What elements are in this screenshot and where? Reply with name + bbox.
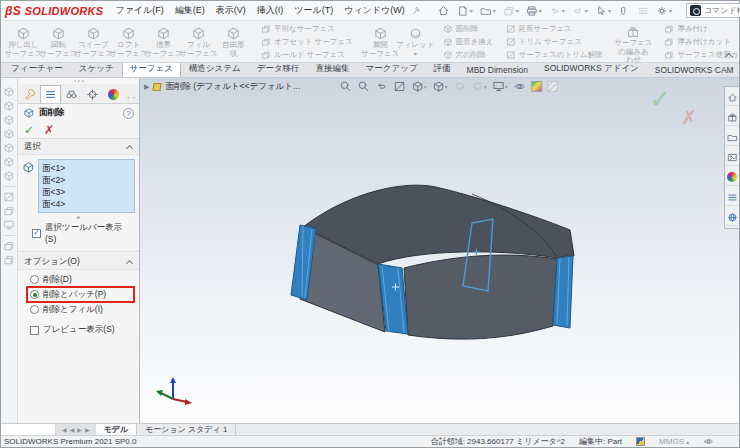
ribbon-button[interactable]: ルールド サーフェス (259, 49, 355, 61)
file-explorer-icon[interactable] (726, 129, 739, 146)
ribbon-button[interactable]: 穴の削除 (441, 49, 496, 61)
checkbox-checked-icon[interactable]: ✓ (32, 229, 41, 238)
command-tab[interactable]: 直接編集 (308, 61, 358, 77)
graphics-viewport[interactable]: ▶ 面削除 (デフォルト<<デフォルト... ▾ ▾ ▾ ▾ (140, 78, 739, 423)
command-tab[interactable]: SOLIDWORKS CAM (647, 63, 740, 77)
document-breadcrumb[interactable]: 面削除 (デフォルト<<デフォルト... (152, 81, 300, 93)
command-tab[interactable]: サーフェス (122, 61, 181, 77)
selected-face-item[interactable]: 面<2> (42, 174, 131, 186)
top-view-icon[interactable] (3, 142, 15, 154)
display-style-icon[interactable]: ▾ (432, 80, 448, 93)
command-tab[interactable]: SOLIDWORKS アドイン (536, 61, 647, 77)
two-view-icon[interactable] (3, 240, 15, 252)
section-view-icon[interactable] (393, 80, 406, 93)
listbox-resize-handle[interactable] (18, 213, 139, 221)
command-tab[interactable]: マークアップ (358, 61, 426, 77)
view-palette-icon[interactable] (726, 149, 739, 166)
pm-tab-scroll-icons[interactable]: ‹ › (125, 94, 138, 103)
dimxpert-manager-tab[interactable] (82, 85, 103, 103)
selected-face-item[interactable]: 面<4> (42, 198, 131, 210)
ribbon-button[interactable]: 面削除 (441, 23, 496, 35)
show-selection-toolbar-row[interactable]: ✓ 選択ツールバー表示(S) (18, 221, 139, 249)
motion-study-tab[interactable]: モーション スタディ 1 (137, 424, 236, 435)
command-search[interactable]: ▾ (686, 3, 740, 18)
pm-cancel-button[interactable]: ✗ (44, 123, 54, 137)
view-selector-icon[interactable] (3, 205, 15, 217)
checkbox-unchecked-icon[interactable]: · (30, 326, 39, 335)
menu-item[interactable]: 編集(E) (175, 4, 205, 17)
knit-surface-button[interactable]: サーフェス の編みあ わせ (612, 23, 654, 61)
back-view-icon[interactable] (3, 100, 15, 112)
design-library-icon[interactable] (726, 109, 739, 126)
attach-icon[interactable] (618, 5, 630, 17)
confirmation-ok-icon[interactable]: ✓ (649, 84, 671, 115)
normal-to-icon[interactable] (3, 191, 15, 203)
isometric-view-icon[interactable] (3, 170, 15, 182)
model-front-face[interactable] (404, 255, 557, 339)
command-tab[interactable]: 構造システム (181, 61, 249, 77)
options-gear-icon[interactable]: ▾ (656, 5, 672, 17)
four-view-icon[interactable] (3, 254, 15, 266)
feature-tree-flyout-icon[interactable]: ▶ (144, 83, 149, 91)
command-tab[interactable]: 評価 (426, 61, 459, 77)
command-tab[interactable]: スケッチ (71, 61, 122, 77)
ribbon-button[interactable]: オフセット サーフェス (259, 36, 355, 48)
command-tab[interactable]: フィーチャー (3, 61, 71, 77)
command-tab[interactable]: データ移行 (249, 61, 308, 77)
selected-face-item[interactable]: 面<1> (42, 162, 131, 174)
nav-next-icon[interactable]: ▶ (77, 426, 82, 433)
menu-item[interactable]: ウィンドウ(W) (344, 4, 405, 17)
ribbon-collapse-icon[interactable] (725, 53, 733, 58)
feature-manager-tab[interactable] (19, 85, 40, 103)
pin-menu-icon[interactable] (411, 5, 421, 16)
ribbon-button[interactable]: フィル サーフェス (181, 23, 216, 61)
previous-view-icon[interactable] (375, 80, 388, 93)
print-icon[interactable]: ▾ (526, 5, 542, 17)
resources-home-icon[interactable] (726, 89, 739, 106)
delete-option-radio[interactable]: 削除(D) (28, 273, 133, 286)
ribbon-button[interactable]: 厚み付けカット (662, 36, 739, 48)
collapse-chevron-icon[interactable] (127, 260, 133, 264)
pm-ok-button[interactable]: ✓ (24, 123, 34, 137)
confirmation-cancel-icon[interactable]: ✗ (681, 106, 697, 129)
ribbon-button[interactable]: 自由形 状 (216, 23, 251, 61)
delete-option-radio[interactable]: 削除とフィル(I) (28, 303, 133, 316)
nav-first-icon[interactable]: ◀ (62, 426, 67, 433)
view-orientation-cube-icon[interactable]: ▾ (411, 80, 427, 93)
model-3d[interactable] (140, 78, 739, 423)
tag-visibility-icon[interactable] (703, 436, 714, 447)
options-group-header[interactable]: オプション(O) (18, 254, 139, 270)
fillet-dropdown-icon[interactable]: ▾ (414, 50, 417, 57)
display-manager-tab[interactable] (61, 85, 82, 103)
right-view-icon[interactable] (3, 128, 15, 140)
new-document-icon[interactable]: ▾ (457, 5, 473, 17)
ribbon-button[interactable]: 厚み付け (662, 23, 739, 35)
forum-icon[interactable] (726, 209, 739, 226)
ribbon-button[interactable]: 境界 サーフェス (146, 23, 181, 61)
menu-item[interactable]: 挿入(I) (257, 4, 284, 17)
ribbon-button[interactable]: 面置き換え (441, 36, 496, 48)
delete-option-radio[interactable]: 削除とパッチ(P) (28, 288, 133, 301)
hide-show-items-icon[interactable] (513, 80, 526, 93)
front-view-icon[interactable] (3, 86, 15, 98)
ribbon-button[interactable]: 回転 サーフェス (41, 23, 76, 61)
selected-faces-listbox[interactable]: 面<1>面<2>面<3>面<4> (38, 159, 135, 213)
nav-last-icon[interactable]: ▶ (85, 426, 90, 433)
ribbon-button[interactable]: 延長サーフェス (504, 23, 605, 35)
ribbon-button[interactable]: 平坦なサーフェス (259, 23, 355, 35)
nav-prev-icon[interactable]: ◀ (70, 426, 75, 433)
select-icon[interactable]: ▾ (595, 5, 611, 17)
command-tab[interactable]: MBD Dimension (459, 63, 536, 77)
custom-properties-icon[interactable] (726, 189, 739, 206)
flatten-surface-button[interactable]: 展開 サーフェス (363, 23, 398, 61)
menu-item[interactable]: 表示(V) (216, 4, 246, 17)
ribbon-button[interactable]: ロフト サーフェス (111, 23, 146, 61)
configuration-manager-tab[interactable] (103, 85, 124, 103)
open-icon[interactable]: ▾ (480, 5, 496, 17)
unit-system-selector[interactable]: MMGS▴ (659, 437, 689, 446)
realview-color-icon[interactable] (531, 81, 542, 92)
single-view-icon[interactable] (3, 219, 15, 231)
menu-item[interactable]: ツール(T) (294, 4, 333, 17)
zoom-area-icon[interactable] (357, 80, 370, 93)
pm-help-icon[interactable]: ? (123, 108, 134, 119)
